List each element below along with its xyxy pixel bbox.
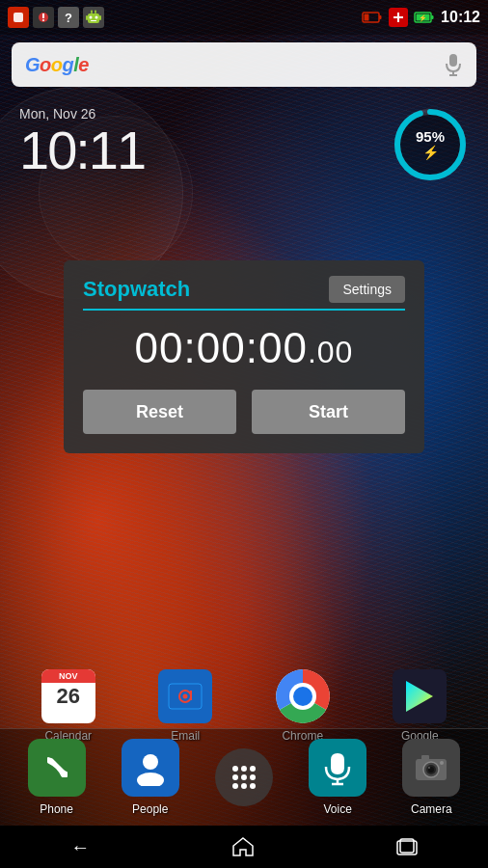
clock-widget: Mon, Nov 26 10:11	[19, 106, 145, 177]
stopwatch-header: Stopwatch Settings	[83, 276, 405, 303]
svg-point-11	[91, 11, 93, 13]
dock-people[interactable]: People	[107, 739, 194, 816]
stopwatch-title: Stopwatch	[83, 277, 190, 302]
svg-rect-5	[86, 15, 88, 20]
stopwatch-widget: Stopwatch Settings 00:00:00.00 Reset Sta…	[64, 260, 424, 453]
camera-icon-img	[402, 739, 460, 797]
search-bar[interactable]: Google	[12, 42, 476, 87]
svg-point-40	[241, 766, 247, 772]
voice-icon-img	[309, 739, 366, 797]
battery-bolt-icon: ⚡	[422, 145, 439, 160]
chrome-icon-img	[276, 669, 330, 723]
nav-bar: ←	[0, 826, 488, 868]
svg-point-37	[143, 754, 158, 770]
stopwatch-time-display: 00:00:00.00	[83, 324, 405, 372]
google-play-icon-img	[393, 669, 447, 723]
battery-circle-text: 95% ⚡	[416, 129, 445, 161]
svg-rect-15	[379, 15, 382, 19]
email-icon-img	[158, 669, 212, 723]
svg-point-13	[95, 11, 96, 13]
battery-circle: 95% ⚡	[392, 106, 469, 183]
battery-charging-icon: ⚡	[414, 11, 435, 24]
svg-point-54	[428, 767, 430, 769]
dock-camera[interactable]: Camera	[388, 739, 474, 816]
svg-rect-16	[365, 14, 369, 21]
svg-text:⚡: ⚡	[419, 14, 427, 22]
svg-rect-55	[421, 755, 429, 760]
notification-icon-3: ?	[58, 7, 79, 28]
people-icon-img	[122, 739, 179, 797]
camera-label: Camera	[411, 802, 452, 816]
svg-point-3	[42, 19, 44, 21]
battery-circle-widget: 95% ⚡	[392, 106, 469, 183]
mic-icon[interactable]	[444, 53, 463, 76]
svg-point-56	[440, 761, 444, 765]
dock-phone[interactable]: Phone	[14, 739, 100, 816]
notification-icon-1	[8, 7, 29, 28]
calendar-icon-img: NOV 26	[41, 669, 95, 723]
home-button[interactable]	[212, 828, 274, 865]
dock-apps[interactable]	[201, 748, 287, 806]
svg-point-7	[90, 16, 93, 19]
clock-time: 10:11	[19, 123, 145, 177]
svg-point-30	[183, 694, 188, 699]
bottom-dock: Phone People	[0, 728, 488, 826]
svg-point-43	[241, 774, 247, 780]
svg-point-41	[250, 766, 256, 772]
phone-icon-img	[28, 739, 86, 797]
svg-rect-18	[393, 16, 403, 18]
voice-label: Voice	[323, 802, 351, 816]
people-label: People	[132, 802, 168, 816]
svg-point-42	[232, 774, 238, 780]
reset-button[interactable]: Reset	[83, 390, 236, 434]
svg-point-47	[250, 783, 256, 789]
stopwatch-divider	[83, 309, 405, 311]
start-button[interactable]: Start	[252, 390, 405, 434]
svg-point-45	[232, 783, 238, 789]
status-bar: ?	[0, 0, 488, 35]
svg-point-44	[250, 774, 256, 780]
calendar-month: NOV	[41, 669, 95, 683]
settings-button[interactable]: Settings	[329, 276, 405, 303]
notification-icon-2	[33, 7, 54, 28]
svg-point-46	[241, 783, 247, 789]
svg-point-33	[293, 687, 312, 706]
notification-icon-4	[83, 7, 104, 28]
dock-voice[interactable]: Voice	[294, 739, 381, 816]
svg-rect-23	[449, 54, 457, 67]
status-time: 10:12	[441, 9, 480, 26]
stopwatch-ms: .00	[308, 335, 353, 369]
svg-rect-20	[431, 15, 434, 19]
svg-point-38	[137, 773, 164, 786]
status-icons-right: ⚡ 10:12	[362, 8, 480, 27]
calendar-day: 26	[57, 683, 80, 711]
battery-percent: 95%	[416, 129, 445, 144]
svg-rect-0	[14, 13, 23, 22]
swiss-flag-icon	[389, 8, 408, 27]
svg-rect-9	[91, 20, 96, 21]
apps-icon-img	[215, 748, 273, 806]
svg-point-8	[95, 16, 98, 19]
google-logo: Google	[25, 54, 444, 76]
status-icons-left: ?	[8, 7, 104, 28]
svg-rect-2	[42, 14, 44, 18]
recents-button[interactable]	[377, 830, 437, 863]
svg-point-39	[232, 766, 238, 772]
svg-rect-4	[88, 14, 99, 23]
stopwatch-hms: 00:00:00	[135, 324, 308, 371]
back-button[interactable]: ←	[51, 828, 109, 866]
phone-label: Phone	[40, 802, 73, 816]
svg-rect-6	[99, 15, 101, 20]
battery-icon-low	[362, 11, 383, 24]
stopwatch-buttons: Reset Start	[83, 390, 405, 434]
